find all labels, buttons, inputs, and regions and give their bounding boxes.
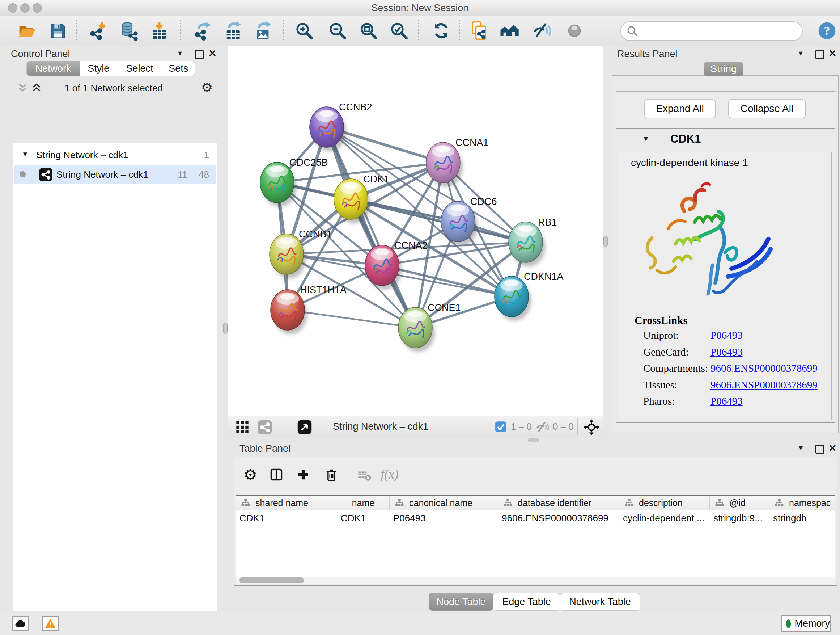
clone-network-button[interactable] [469,20,491,42]
open-folder-icon [17,21,37,41]
panel-menu-icon[interactable]: ▾ [178,49,182,58]
network-edge[interactable] [327,127,415,328]
network-node-ccnb2[interactable]: CCNB2 [309,102,372,151]
crosslink-row: Uniprot:P06493 [619,328,831,344]
column-header-name[interactable]: name [337,496,390,510]
control-panel-title: Control Panel [11,49,70,60]
column-header-description[interactable]: description [619,496,710,510]
network-row-selected[interactable]: String Network – cdk1 11 48 [14,165,216,184]
sphere-icon [565,21,584,40]
network-edge[interactable] [351,199,526,242]
column-header-shared-name[interactable]: shared name [236,496,337,510]
create-column-button[interactable] [294,466,312,483]
network-node-ccna2[interactable]: CCNA2 [365,240,428,290]
panel-float-icon[interactable] [815,445,824,454]
table-horizontal-scrollbar[interactable] [236,577,835,584]
export-network-button[interactable] [193,20,215,42]
crosslink-value-link[interactable]: P06493 [711,395,743,407]
birds-eye-view-button[interactable] [234,418,251,436]
gene-expander-icon[interactable]: ▼ [642,134,650,143]
crosslink-value-link[interactable]: 9606.ENSP00000378699 [711,379,818,391]
string-network-graph: CCNB2CCNA1CDC25BCDK1CDC6RB1CCNB1CCNA2CDK… [228,46,603,416]
panel-menu-icon[interactable]: ▾ [799,49,803,58]
open-session-button[interactable] [16,20,38,42]
tab-node-table[interactable]: Node Table [429,593,493,611]
tab-select[interactable]: Select [117,61,162,76]
import-table-button[interactable] [148,20,170,42]
scrollbar-thumb[interactable] [240,578,304,583]
zoom-out-button[interactable] [327,20,348,42]
plus-icon [296,467,310,482]
search-input[interactable] [621,21,803,41]
network-collection-row[interactable]: ▼ String Network – cdk1 1 [14,146,216,165]
import-network-button[interactable] [88,20,109,42]
panel-close-icon[interactable]: ✕ [208,48,217,59]
collapse-all-icon[interactable] [31,82,42,93]
hide-selected-button[interactable] [531,20,553,42]
clone-network-icon [470,21,490,41]
tab-sets[interactable]: Sets [163,61,195,76]
column-header-label: @id [729,498,745,508]
network-node-hist1h1a[interactable]: HIST1H1A [271,285,347,334]
hidden-indicator-button[interactable] [534,419,551,435]
save-session-button[interactable] [47,20,69,42]
crosslinks-heading: CrossLinks [635,314,687,326]
table-row[interactable]: CDK1CDK1P064939606.ENSP00000378699cyclin… [236,510,835,526]
crosslink-value-link[interactable]: P06493 [711,346,743,358]
network-node-ccnb1[interactable]: CCNB1 [270,229,332,279]
tab-network-table[interactable]: Network Table [560,593,640,611]
vertical-splitter-handle[interactable] [223,323,227,334]
refresh-layout-button[interactable] [431,20,452,42]
separator [577,418,578,435]
network-node-ccna1[interactable]: CCNA1 [426,137,489,187]
import-database-button[interactable] [118,20,140,42]
zoom-fit-button[interactable] [358,20,379,42]
show-all-button[interactable] [564,20,585,42]
tab-edge-table[interactable]: Edge Table [493,593,561,611]
pan-network-button[interactable] [583,418,600,436]
network-node-cdkn1a[interactable]: CDKN1A [494,271,564,321]
gene-details: cyclin-dependent kinase 1 [619,152,832,420]
table-cell: P06493 [393,510,494,526]
column-header-database-identifier[interactable]: database identifier [498,496,619,510]
network-node-rb1[interactable]: RB1 [508,217,557,266]
panel-close-icon[interactable]: ✕ [829,48,837,59]
warning-status-button[interactable] [42,616,58,631]
open-in-window-button[interactable] [296,418,313,436]
panel-float-icon[interactable] [815,50,824,59]
tab-string[interactable]: String [704,62,744,76]
tab-style[interactable]: Style [80,61,117,76]
panel-menu-icon[interactable]: ▾ [799,443,803,453]
delete-table-button [356,467,373,484]
network-overview-button[interactable] [499,20,520,42]
collection-expander-icon[interactable]: ▼ [22,150,28,158]
table-options-gear-icon[interactable]: ⚙ [242,466,259,483]
column-header--id[interactable]: @id [710,496,769,510]
expand-all-icon[interactable] [17,82,28,93]
crosslink-value-link[interactable]: 9606.ENSP00000378699 [711,363,818,374]
cloud-status-button[interactable] [12,616,28,631]
column-header-canonical-name[interactable]: canonical name [390,496,498,510]
zoom-in-button[interactable] [294,20,315,42]
network-canvas[interactable]: CCNB2CCNA1CDC25BCDK1CDC6RB1CCNB1CCNA2CDK… [228,46,603,416]
panel-float-icon[interactable] [195,50,204,59]
tab-network[interactable]: Network [27,61,80,76]
node-label: CCNE1 [428,302,461,313]
zoom-selected-button[interactable] [388,20,410,42]
crosslink-value-link[interactable]: P06493 [711,329,743,341]
delete-column-button[interactable] [323,466,340,483]
show-columns-button[interactable] [268,466,285,483]
export-table-button[interactable] [223,20,245,42]
collapse-all-button[interactable]: Collapse All [728,99,806,119]
panel-close-icon[interactable]: ✕ [829,442,837,454]
string-style-button[interactable] [256,418,273,436]
network-node-ccne1[interactable]: CCNE1 [398,302,461,352]
help-button[interactable]: ? [816,20,838,42]
network-options-gear-icon[interactable]: ⚙ [201,81,213,94]
export-image-button[interactable] [253,20,275,42]
memory-button[interactable]: Memory [781,615,831,632]
network-selected-status: 1 of 1 Network selected [45,82,182,94]
expand-all-button[interactable]: Expand All [644,99,715,119]
selected-indicator-checkbox[interactable] [494,420,507,433]
column-header-namespac[interactable]: namespac [769,496,835,510]
